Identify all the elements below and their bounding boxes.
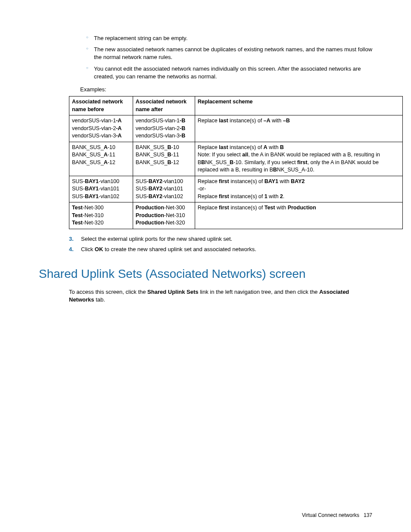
table-cell: Test-Net-300Test-Net-310Test-Net-320: [69, 202, 133, 229]
table-row: SUS-BAY1-vlan100SUS-BAY1-vlan101SUS-BAY1…: [69, 176, 403, 202]
table-cell: Production-Net-300Production-Net-310Prod…: [133, 202, 195, 229]
footer-page: 137: [364, 512, 372, 518]
table-row: vendorSUS-vlan-1-AvendorSUS-vlan-2-Avend…: [69, 115, 403, 142]
table-cell: Replace last instance(s) of A with BNote…: [195, 142, 402, 176]
table-header: Replacement scheme: [195, 96, 402, 115]
table-cell: SUS-BAY2-vlan100SUS-BAY2-vlan101SUS-BAY2…: [133, 176, 195, 202]
table-cell: SUS-BAY1-vlan100SUS-BAY1-vlan101SUS-BAY1…: [69, 176, 133, 202]
table-cell: vendorSUS-vlan-1-BvendorSUS-vlan-2-Bvend…: [133, 115, 195, 142]
table-cell: Replace first instance(s) of BAY1 with B…: [195, 176, 402, 202]
list-item: The replacement string can be empty.: [86, 34, 372, 42]
footer-section: Virtual Connect networks: [302, 512, 359, 518]
table-cell: BANK_SUS_B-10BANK_SUS_B-11BANK_SUS_B-12: [133, 142, 195, 176]
section-heading: Shared Uplink Sets (Associated Networks)…: [39, 265, 372, 282]
table-cell: Replace last instance(s) of –A with –B: [195, 115, 402, 142]
examples-label: Examples:: [80, 86, 372, 93]
page-footer: Virtual Connect networks 137: [302, 512, 372, 519]
list-item: 3. Select the external uplink ports for …: [69, 235, 372, 243]
examples-table: Associated network name before Associate…: [69, 96, 403, 229]
table-cell: vendorSUS-vlan-1-AvendorSUS-vlan-2-Avend…: [69, 115, 133, 142]
list-item: You cannot edit the associated network n…: [86, 65, 372, 81]
step-number: 4.: [69, 246, 74, 253]
table-header: Associated network name after: [133, 96, 195, 115]
table-cell: BANK_SUS_A-10BANK_SUS_A-11BANK_SUS_A-12: [69, 142, 133, 176]
sub-bullet-list: The replacement string can be empty. The…: [86, 34, 372, 81]
step-text: Select the external uplink ports for the…: [81, 236, 232, 242]
step-text: Click OK to create the new shared uplink…: [81, 246, 256, 252]
table-row: BANK_SUS_A-10BANK_SUS_A-11BANK_SUS_A-12 …: [69, 142, 403, 176]
list-item: The new associated network names cannot …: [86, 46, 372, 61]
body-paragraph: To access this screen, click the Shared …: [69, 288, 372, 304]
numbered-steps: 3. Select the external uplink ports for …: [69, 235, 372, 253]
table-header: Associated network name before: [69, 96, 133, 115]
table-cell: Replace first instance(s) of Test with P…: [195, 202, 402, 229]
table-row: Test-Net-300Test-Net-310Test-Net-320 Pro…: [69, 202, 403, 229]
step-number: 3.: [69, 235, 74, 243]
list-item: 4. Click OK to create the new shared upl…: [69, 246, 372, 253]
